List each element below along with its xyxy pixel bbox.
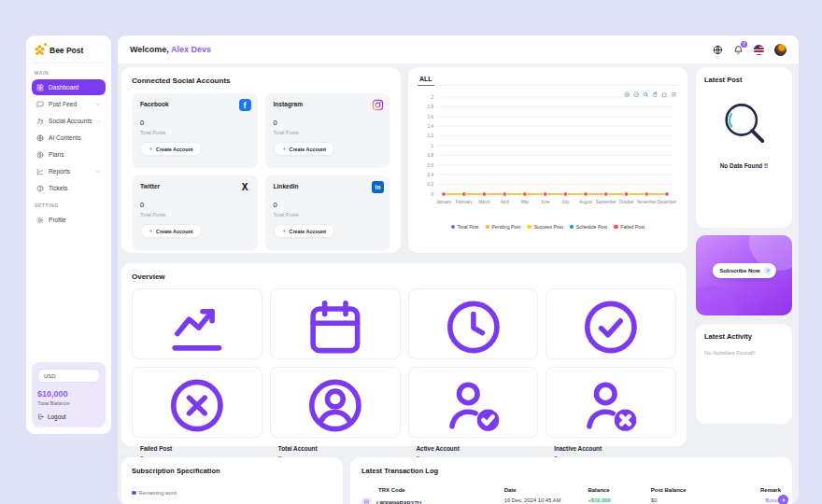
column-header-remark: Remark [752, 487, 781, 493]
svg-text:June: June [541, 200, 550, 204]
latest-activity-empty-text: No Activities Found!! [704, 350, 784, 356]
main-panel: Welcome, Alex Devs 0 Connected Social Ac… [118, 35, 799, 504]
tickets-icon [36, 185, 44, 192]
svg-text:1.6: 1.6 [428, 115, 434, 119]
create-account-button[interactable]: Create Account [140, 224, 202, 238]
legend-item-schedule-post[interactable]: Schedule Post [570, 224, 607, 230]
user-check-icon [417, 374, 531, 437]
x-circle-icon [140, 374, 254, 437]
column-header-balance: Balance [588, 487, 650, 493]
add-transaction-button[interactable] [778, 495, 788, 504]
stat-label: Inactive Account [554, 445, 668, 452]
svg-text:1.4: 1.4 [428, 124, 434, 129]
account-name: Instagram [274, 101, 383, 107]
tab-all[interactable]: ALL [418, 76, 434, 86]
subscription-specification-card: Subscription Specification Remaining wor… [121, 457, 343, 504]
plus-icon [282, 229, 287, 233]
stat-label: Active Account [417, 445, 531, 452]
sidebar-item-profile[interactable]: Profile [32, 212, 106, 228]
dashboard-icon [36, 84, 44, 91]
sidebar-item-social-accounts[interactable]: Social Accounts [32, 113, 106, 129]
overview-card-total-post: Total Post0View AllThis Year [132, 288, 262, 359]
sidebar-item-reports[interactable]: Reports [32, 163, 106, 179]
create-account-button[interactable]: Create Account [274, 142, 335, 156]
panning-icon[interactable] [652, 91, 659, 98]
logout-label: Logout [48, 413, 66, 420]
stat-label: Total Account [278, 445, 392, 452]
trx-code-cell: LWXW99RXBYZU [361, 497, 504, 504]
notification-bell-icon[interactable]: 0 [733, 45, 744, 55]
account-name: Twitter [140, 183, 249, 189]
sidebar-item-label: Dashboard [49, 84, 78, 91]
svg-text:May: May [521, 200, 530, 204]
svg-text:April: April [501, 200, 509, 204]
language-flag-icon[interactable] [754, 45, 764, 55]
plus-icon [149, 147, 153, 151]
connected-social-accounts-card: Connected Social Accounts Facebookf0Tota… [121, 67, 401, 253]
social-account-card-twitter: TwitterX0Total PostsCreate Account [132, 175, 258, 250]
column-header-date: Date [504, 487, 588, 493]
total-posts-value: 0 [274, 119, 383, 127]
selection-zoom-icon[interactable] [643, 91, 649, 98]
logout-button[interactable]: Logout [37, 413, 100, 420]
plus-icon [149, 229, 153, 233]
svg-text:December: December [658, 200, 677, 204]
balance-cell: +$10,000 [588, 497, 650, 503]
svg-text:November: November [637, 200, 657, 204]
sidebar-item-post-feed[interactable]: Post Feed [32, 96, 106, 112]
plans-icon [36, 151, 44, 159]
legend-dot [570, 225, 574, 230]
legend-dot [451, 225, 456, 230]
stat-label: Failed Post [140, 445, 254, 452]
overview-card-inactive-account: Inactive Account0View AllThis Year [546, 367, 676, 438]
currency-select[interactable]: USD [37, 369, 100, 383]
svg-text:March: March [478, 200, 490, 204]
column-header-trx-code: TRX Code [361, 487, 504, 493]
globe-icon[interactable] [713, 45, 723, 55]
svg-text:2: 2 [431, 95, 433, 100]
account-name: Facebook [140, 101, 249, 107]
sidebar-item-plans[interactable]: Plans [32, 147, 106, 162]
arrow-up-right-icon [764, 267, 772, 274]
latest-post-title: Latest Post [704, 76, 784, 84]
app-logo: Bee Post [32, 42, 106, 63]
trx-code-value: LWXW99RXBYZU [376, 500, 421, 504]
chart-toolbar [624, 91, 677, 98]
svg-text:1.8: 1.8 [428, 105, 434, 109]
svg-text:1: 1 [431, 144, 433, 148]
chart-legend: Total PostPending PostSuccess PostSchedu… [418, 224, 678, 230]
legend-item-total-post[interactable]: Total Post [451, 224, 479, 230]
legend-label: Schedule Post [576, 224, 607, 230]
zoom-in-icon[interactable] [624, 91, 631, 98]
total-posts-value: 0 [140, 201, 249, 209]
legend-label: Total Post [458, 224, 479, 230]
legend-item-pending-post[interactable]: Pending Post [486, 224, 521, 230]
linkedin-icon: in [372, 181, 384, 193]
total-posts-value: 0 [274, 201, 383, 209]
create-account-button[interactable]: Create Account [140, 142, 202, 156]
line-chart: 00.20.40.60.811.21.41.61.82JanuaryFebrua… [418, 90, 678, 220]
menu-icon[interactable] [671, 91, 677, 98]
legend-item-success-post[interactable]: Success Post [527, 224, 562, 230]
wallet-card: USD $10,000 Total Balance Logout [32, 362, 106, 427]
legend-item-failed-post[interactable]: Failed Post [614, 224, 645, 230]
sidebar-item-tickets[interactable]: Tickets [32, 180, 106, 196]
sidebar-item-label: Profile [49, 217, 66, 223]
create-account-label: Create Account [156, 229, 193, 234]
svg-text:July: July [561, 200, 570, 204]
remark-cell: Bonus [752, 497, 781, 503]
legend-dot [132, 491, 136, 496]
latest-activity-card: Latest Activity No Activities Found!! [696, 324, 792, 424]
create-account-label: Create Account [290, 229, 327, 234]
home-icon[interactable] [661, 91, 668, 98]
user-avatar[interactable] [774, 44, 787, 56]
sidebar-item-dashboard[interactable]: Dashboard [32, 79, 106, 95]
sidebar-item-ai-contents[interactable]: AI Contents [32, 130, 106, 146]
create-account-button[interactable]: Create Account [274, 224, 335, 238]
zoom-out-icon[interactable] [633, 91, 640, 98]
total-balance-value: $10,000 [37, 389, 100, 399]
total-posts-label: Total Posts [274, 130, 383, 135]
clock-icon [417, 296, 531, 358]
overview-card-schedule-post: Schedule Post0View AllThis Year [408, 288, 539, 359]
subscribe-now-button[interactable]: Subscribe Now [712, 263, 775, 278]
